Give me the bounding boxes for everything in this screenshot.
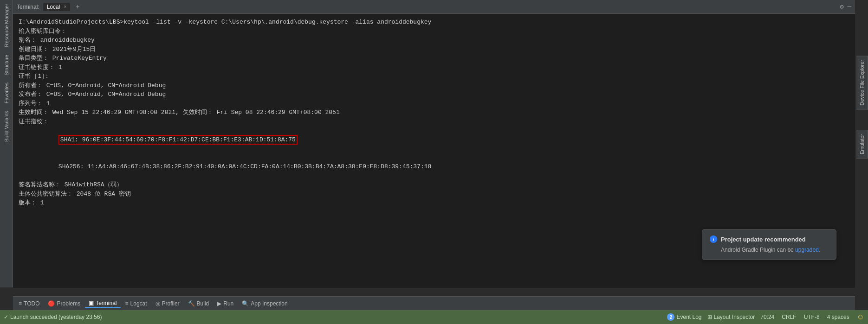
sha1-line: SHA1: 96:0E:3F:44:54:60:70:F8:F1:42:D7:C… [19,126,849,153]
sidebar-item-resource-manager[interactable]: Resource Manager [2,0,11,51]
run-btn[interactable]: ▶ Run [214,299,237,308]
terminal-body[interactable]: I:\AndroidStudioProjects\LBS>keytool -li… [13,14,855,288]
sha256-line: SHA256: 11:A4:A9:46:67:4B:38:86:2F:B2:91… [19,153,849,181]
layout-inspector-btn[interactable]: ⊞ Layout Inspector [707,314,755,320]
terminal-line: 创建日期： 2021年9月15日 [19,45,849,54]
layout-inspector-label: Layout Inspector [714,314,755,320]
indent: 4 spaces [827,314,849,320]
cursor-position: 70:24 [760,314,774,320]
status-right-info: 70:24 CRLF UTF-8 4 spaces ☺ [760,313,864,321]
todo-label: TODO [24,300,39,307]
app-inspection-label: App Inspection [251,300,287,307]
terminal-label: Terminal: [17,4,39,10]
terminal-line: 证书 [1]: [19,72,849,81]
terminal-line: 序列号： 1 [19,99,849,108]
event-log-badge: 2 [667,313,674,321]
bottom-toolbar: ≡ TODO 🔴 Problems ▣ Terminal ≡ Logcat ◎ … [13,296,855,310]
run-icon: ▶ [217,300,221,307]
terminal-line: 别名： androiddebugkey [19,36,849,45]
profiler-icon: ◎ [155,300,160,307]
app-inspection-icon: 🔍 [242,300,249,307]
todo-icon: ≡ [19,300,22,307]
logcat-icon: ≡ [125,300,129,307]
terminal-add-tab[interactable]: + [74,3,81,11]
problems-label: Problems [57,300,80,307]
terminal-line: 所有者： C=US, O=Android, CN=Android Debug [19,81,849,90]
event-log-label: Event Log [676,314,701,320]
event-log-btn[interactable]: 2 Event Log [667,313,701,321]
terminal-line: I:\AndroidStudioProjects\LBS>keytool -li… [19,18,849,27]
terminal-tool-label: Terminal [96,300,117,306]
main-content: Terminal: Local × + ⚙ — I:\AndroidStudio… [13,0,855,288]
status-bar: ✓ Launch succeeded (yesterday 23:56) 2 E… [0,310,868,324]
profiler-label: Profiler [162,300,180,307]
notification-body: Android Gradle Plugin can be upgraded. [710,246,829,254]
terminal-line: 生效时间： Wed Sep 15 22:46:29 GMT+08:00 2021… [19,108,849,117]
terminal-tab-local[interactable]: Local × [43,3,71,11]
logcat-btn[interactable]: ≡ Logcat [122,299,151,308]
sidebar-item-build-variants[interactable]: Build Variants [2,107,11,146]
todo-btn[interactable]: ≡ TODO [15,299,43,308]
notification-popup: i Project update recommended Android Gra… [702,229,836,260]
notification-title: i Project update recommended [710,235,829,244]
problems-btn[interactable]: 🔴 Problems [44,299,84,308]
terminal-line: 证书指纹： [19,117,849,127]
terminal-controls: ⚙ — [840,3,851,11]
sidebar-item-device-file-explorer[interactable]: Device File Explorer [856,56,868,109]
terminal-line: 主体公共密钥算法： 2048 位 RSA 密钥 [19,190,849,199]
left-sidebar: Resource Manager Structure Favorites Bui… [0,0,13,287]
launch-status-icon: ✓ [4,314,8,320]
terminal-minimize-icon[interactable]: — [848,3,851,11]
problems-icon: 🔴 [48,300,55,307]
terminal-line: 版本： 1 [19,198,849,208]
encoding: UTF-8 [804,314,820,320]
build-btn[interactable]: 🔨 Build [184,299,213,308]
terminal-settings-icon[interactable]: ⚙ [840,3,843,11]
smiley-icon: ☺ [857,313,864,321]
logcat-label: Logcat [130,300,147,307]
sha1-value: SHA1: 96:0E:3F:44:54:60:70:F8:F1:42:D7:C… [58,135,298,145]
profiler-btn[interactable]: ◎ Profiler [152,299,183,308]
app-inspection-btn[interactable]: 🔍 App Inspection [238,299,291,308]
terminal-tab-close[interactable]: × [64,4,66,9]
build-label: Build [197,300,209,307]
line-separator: CRLF [782,314,796,320]
terminal-line: 签名算法名称： SHA1withRSA（弱） [19,180,849,190]
notification-upgrade-link[interactable]: upgraded. [795,247,820,253]
terminal-header: Terminal: Local × + ⚙ — [13,0,855,14]
terminal-line: 输入密钥库口令： [19,27,849,36]
launch-status-text: Launch succeeded (yesterday 23:56) [10,314,102,320]
terminal-line: 证书链长度： 1 [19,63,849,72]
layout-inspector-icon: ⊞ [707,314,712,320]
info-icon: i [710,235,717,243]
sha1-prefix [40,136,58,143]
sidebar-item-favorites[interactable]: Favorites [2,79,11,107]
run-label: Run [223,300,233,307]
terminal-icon: ▣ [89,300,94,306]
build-icon: 🔨 [188,300,195,307]
status-right: 2 Event Log ⊞ Layout Inspector 70:24 CRL… [667,313,864,321]
terminal-tab-local-label: Local [47,4,60,10]
terminal-btn[interactable]: ▣ Terminal [85,299,120,308]
terminal-line: 发布者： C=US, O=Android, CN=Android Debug [19,90,849,99]
launch-status: ✓ Launch succeeded (yesterday 23:56) [4,314,102,320]
terminal-line: 条目类型： PrivateKeyEntry [19,54,849,63]
sidebar-item-emulator[interactable]: Emulator [856,130,868,159]
sidebar-item-structure[interactable]: Structure [2,51,11,79]
